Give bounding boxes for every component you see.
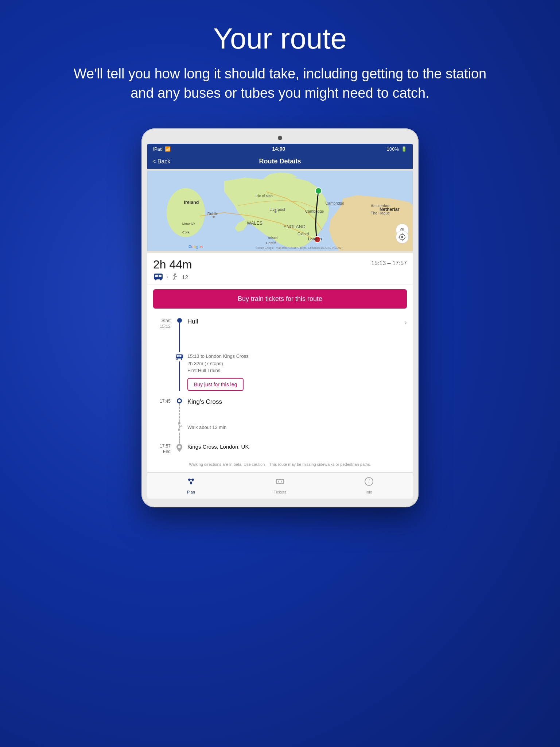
route-duration: 2h 44m (153, 258, 192, 271)
status-left: iPad 📶 (153, 146, 171, 152)
svg-point-45 (160, 279, 162, 280)
svg-point-40 (401, 236, 403, 238)
battery-icon: 🔋 (401, 146, 407, 152)
footer-walking-note: Walking directions are in beta. Use caut… (147, 458, 413, 472)
svg-text:Netherlar: Netherlar (380, 207, 400, 212)
train-icon (153, 273, 163, 281)
status-bar: iPad 📶 14:00 100% 🔋 (147, 144, 413, 154)
route-transport-icons: › 12 (153, 273, 407, 281)
page-title: Your route (29, 22, 531, 55)
walk-label: Walk about 12 min (187, 424, 407, 431)
leg-train-icon (175, 352, 184, 361)
walk-section-icon (175, 422, 184, 433)
svg-text:Isle of Man: Isle of Man (256, 194, 273, 198)
svg-text:Dublin: Dublin (207, 212, 218, 216)
svg-text:o: o (194, 245, 196, 249)
end-spine (174, 444, 184, 455)
timeline-row-start: Start15:13 Hull › (153, 313, 407, 352)
kings-cross-station: King's Cross (187, 398, 407, 406)
train-time-empty (153, 352, 174, 391)
route-map[interactable]: ⊕ Ireland Isle of Man Dublin Liverpool W… (147, 169, 413, 253)
walk-time-empty (153, 422, 174, 444)
svg-point-53 (178, 422, 180, 424)
kings-cross-time: 17:45 (153, 398, 174, 422)
svg-point-10 (213, 216, 215, 218)
ipad-camera (278, 136, 282, 140)
end-pin-icon (176, 444, 183, 452)
svg-point-54 (178, 445, 181, 448)
svg-text:Liverpool: Liverpool (269, 207, 285, 212)
walk-body: Walk about 12 min (184, 422, 407, 444)
svg-point-12 (275, 211, 277, 213)
plan-tab-label: Plan (187, 490, 195, 494)
buy-tickets-button[interactable]: Buy train tickets for this route (153, 289, 407, 309)
svg-text:WALES: WALES (247, 221, 262, 226)
svg-rect-42 (155, 275, 158, 277)
tickets-tab-label: Tickets (274, 490, 286, 494)
svg-point-2 (315, 188, 322, 194)
svg-text:Ireland: Ireland (184, 200, 199, 205)
svg-text:Cork: Cork (182, 231, 190, 235)
back-button[interactable]: < Back (152, 158, 170, 165)
leg-time-detail: 15:13 to London Kings Cross (187, 353, 407, 360)
leg-operator-detail: First Hull Trains (187, 367, 407, 374)
timeline-row-walk: Walk about 12 min (153, 422, 407, 444)
battery-label: 100% (387, 146, 399, 152)
svg-text:l: l (199, 245, 199, 249)
leg-details-body: 15:13 to London Kings Cross 2h 32m (7 st… (184, 352, 407, 391)
svg-text:Limerick: Limerick (182, 222, 195, 226)
train-leg-spine (174, 352, 184, 391)
hull-station: Hull (187, 318, 198, 325)
tickets-icon (275, 477, 285, 488)
train-leg-row: 15:13 to London Kings Cross 2h 32m (7 st… (153, 352, 407, 391)
info-tab-label: Info (366, 490, 372, 494)
route-time-range: 15:13 – 17:57 (371, 260, 407, 267)
svg-text:g: g (196, 245, 198, 249)
tab-bar: Plan Tickets i (147, 473, 413, 499)
hull-chevron[interactable]: › (404, 318, 407, 326)
ipad-screen: iPad 📶 14:00 100% 🔋 < Back Route Details (147, 144, 413, 499)
walk-minutes: 12 (182, 274, 188, 280)
kings-cross-body: King's Cross (184, 398, 407, 422)
route-info: 2h 44m 15:13 – 17:57 › (147, 253, 413, 285)
svg-point-51 (176, 359, 178, 360)
tab-tickets[interactable]: Tickets (274, 477, 286, 494)
walk-icon (171, 273, 179, 281)
svg-rect-50 (179, 355, 182, 357)
status-right: 100% 🔋 (387, 146, 407, 152)
svg-text:Cardiff: Cardiff (266, 241, 276, 245)
status-time: 14:00 (272, 146, 285, 152)
svg-point-44 (155, 279, 157, 280)
wifi-icon: 📶 (165, 146, 171, 152)
end-body: Kings Cross, London, UK (184, 444, 407, 455)
tab-info[interactable]: i Info (364, 477, 374, 494)
svg-rect-49 (177, 355, 179, 357)
buy-leg-button[interactable]: Buy just for this leg (187, 378, 244, 391)
start-station-row: Hull › (184, 318, 407, 352)
svg-text:London: London (308, 237, 322, 241)
nav-title: Route Details (259, 158, 301, 165)
timeline-row-kings-cross: 17:45 King's Cross (153, 391, 407, 422)
ipad-device: iPad 📶 14:00 100% 🔋 < Back Route Details (141, 128, 419, 507)
svg-text:i: i (368, 479, 370, 484)
svg-point-46 (174, 274, 176, 275)
svg-point-52 (181, 359, 182, 360)
tab-plan[interactable]: Plan (186, 477, 196, 494)
svg-text:Cambridge: Cambridge (305, 209, 324, 213)
svg-text:Bristol: Bristol (268, 236, 277, 240)
kings-cross-spine (174, 398, 184, 422)
timeline-row-end: 17:57End Kings Cross, London, UK (153, 444, 407, 458)
svg-point-1 (167, 188, 205, 237)
svg-text:Cambridge: Cambridge (326, 201, 345, 205)
plan-icon (186, 477, 196, 488)
hero-subtitle: We'll tell you how long it should take, … (61, 64, 499, 103)
svg-text:e: e (201, 245, 203, 249)
start-time: Start15:13 (153, 318, 174, 352)
device-label: iPad (153, 146, 163, 152)
transport-arrow: › (166, 274, 168, 280)
svg-rect-43 (159, 275, 162, 277)
svg-text:ENGLAND: ENGLAND (284, 224, 306, 229)
info-icon: i (364, 477, 374, 488)
svg-text:o: o (191, 245, 194, 249)
journey-timeline: Start15:13 Hull › (147, 313, 413, 458)
